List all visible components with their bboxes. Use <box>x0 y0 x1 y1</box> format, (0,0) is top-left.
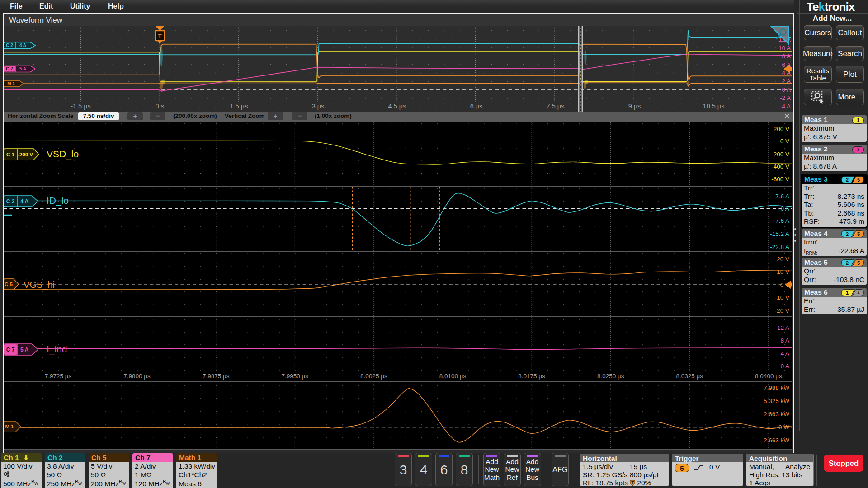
svg-text:ID_lo: ID_lo <box>47 195 69 206</box>
svg-text:200 V: 200 V <box>774 126 789 132</box>
svg-text:7.6 A: 7.6 A <box>775 193 789 200</box>
svg-text:7.9800 µs: 7.9800 µs <box>123 373 151 380</box>
svg-text:3 µs: 3 µs <box>312 103 325 110</box>
svg-text:-2.663 kW: -2.663 kW <box>761 437 789 444</box>
svg-text:T: T <box>631 480 634 485</box>
svg-text:2: 2 <box>846 260 849 266</box>
svg-text:-200 V: -200 V <box>18 152 33 157</box>
svg-text:C 2: C 2 <box>6 198 15 205</box>
svg-text:5: 5 <box>857 177 860 183</box>
svg-text:2 A: 2 A <box>782 78 791 84</box>
svg-text:C 2: C 2 <box>6 43 13 48</box>
svg-text:8 A: 8 A <box>780 337 789 344</box>
svg-text:T: T <box>158 32 162 40</box>
svg-text:8.0325 µs: 8.0325 µs <box>676 373 703 380</box>
svg-text:1.5 µs: 1.5 µs <box>230 103 248 110</box>
svg-text:10 V: 10 V <box>777 268 789 275</box>
svg-text:5 A: 5 A <box>20 347 29 353</box>
svg-text:1: 1 <box>846 290 849 296</box>
svg-text:20 V: 20 V <box>777 256 789 263</box>
svg-text:VGS_hi: VGS_hi <box>24 280 55 290</box>
svg-text:4 A: 4 A <box>20 198 29 205</box>
svg-text:C 7: C 7 <box>6 66 13 71</box>
svg-text:8 A: 8 A <box>782 53 791 60</box>
svg-text:8.0400 µs: 8.0400 µs <box>755 373 782 380</box>
svg-text:0 A: 0 A <box>782 86 791 93</box>
svg-text:7.9950 µs: 7.9950 µs <box>282 373 309 380</box>
svg-text:6 µs: 6 µs <box>470 103 483 110</box>
svg-text:-15.2 A: -15.2 A <box>770 230 789 237</box>
svg-text:2: 2 <box>846 231 849 237</box>
svg-text:5.325 kW: 5.325 kW <box>764 398 789 404</box>
svg-text:8.0250 µs: 8.0250 µs <box>597 373 624 380</box>
svg-text:0 A: 0 A <box>780 363 789 370</box>
svg-text:C 5: C 5 <box>5 282 13 287</box>
svg-text:C 7: C 7 <box>6 347 15 353</box>
svg-text:2.663 kW: 2.663 kW <box>764 411 789 418</box>
svg-text:0 A: 0 A <box>780 205 789 212</box>
svg-text:4.5 µs: 4.5 µs <box>388 103 406 110</box>
svg-text:4 A: 4 A <box>19 43 26 48</box>
svg-text:7.9875 µs: 7.9875 µs <box>203 373 230 380</box>
svg-text:-200 V: -200 V <box>771 151 789 158</box>
svg-text:-1.5 µs: -1.5 µs <box>71 103 91 110</box>
svg-text:M 1: M 1 <box>5 424 14 429</box>
svg-text:0 s: 0 s <box>156 103 164 110</box>
svg-text:5: 5 <box>857 260 860 266</box>
svg-text:8.0025 µs: 8.0025 µs <box>360 373 387 380</box>
svg-text:-4 A: -4 A <box>780 103 791 110</box>
svg-text:8.0175 µs: 8.0175 µs <box>518 373 545 380</box>
svg-text:-400 V: -400 V <box>771 163 789 170</box>
svg-text:7.988 kW: 7.988 kW <box>764 385 789 391</box>
svg-text:C 1: C 1 <box>6 152 15 157</box>
svg-text:7.5 µs: 7.5 µs <box>547 103 565 110</box>
svg-text:-20 V: -20 V <box>775 307 789 314</box>
svg-text:+: + <box>857 290 860 296</box>
svg-text:0 W: 0 W <box>778 424 789 431</box>
svg-text:2: 2 <box>846 177 849 183</box>
svg-text:7.9725 µs: 7.9725 µs <box>45 373 72 380</box>
svg-text:8.0100 µs: 8.0100 µs <box>439 373 467 380</box>
svg-text:VSD_lo: VSD_lo <box>47 149 79 160</box>
svg-text:9 µs: 9 µs <box>628 103 641 110</box>
svg-text:5 A: 5 A <box>19 66 26 71</box>
svg-text:12 A: 12 A <box>777 324 789 331</box>
svg-text:10.5 µs: 10.5 µs <box>703 103 725 110</box>
svg-text:-7.6 A: -7.6 A <box>774 217 789 224</box>
svg-text:-600 V: -600 V <box>771 176 789 183</box>
svg-text:-22.8 A: -22.8 A <box>770 244 789 250</box>
svg-text:10 A: 10 A <box>778 45 791 52</box>
svg-text:5: 5 <box>857 231 860 237</box>
svg-text:M 1: M 1 <box>7 81 15 86</box>
svg-text:I_ind: I_ind <box>47 344 67 355</box>
svg-text:-2 A: -2 A <box>780 94 791 101</box>
svg-text:4 A: 4 A <box>780 350 789 357</box>
svg-text:0 V: 0 V <box>780 138 789 145</box>
svg-text:-10 V: -10 V <box>775 294 789 301</box>
